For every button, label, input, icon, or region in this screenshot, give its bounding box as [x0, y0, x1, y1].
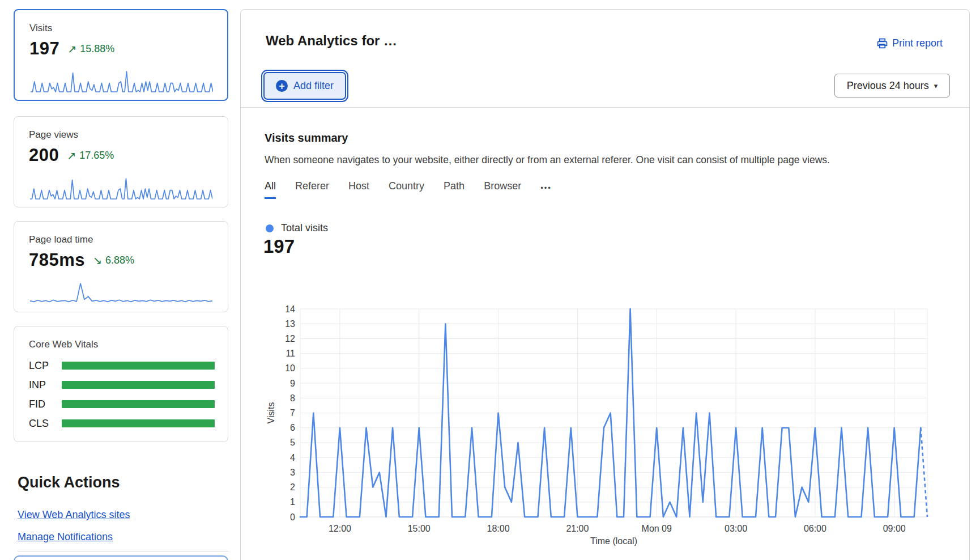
core-web-vitals-card[interactable]: Core Web Vitals LCPINPFIDCLS — [14, 326, 228, 442]
quick-action-link-2[interactable]: Manage Notifications — [18, 531, 113, 543]
svg-text:Mon 09: Mon 09 — [642, 524, 672, 533]
svg-text:8: 8 — [290, 393, 295, 403]
time-range-dropdown[interactable]: Previous 24 hours ▾ — [834, 74, 950, 97]
trend-down-icon: ↘ — [93, 254, 102, 266]
svg-text:0: 0 — [290, 512, 295, 522]
cwv-good-bar — [62, 362, 215, 370]
svg-text:06:00: 06:00 — [804, 524, 826, 533]
tab-country[interactable]: Country — [389, 180, 424, 199]
metric-label: Page views — [29, 129, 78, 141]
print-report-link[interactable]: Print report — [877, 37, 943, 49]
svg-text:7: 7 — [290, 408, 295, 418]
cwv-good-bar — [62, 419, 215, 427]
svg-text:21:00: 21:00 — [566, 524, 589, 533]
svg-text:Visits: Visits — [266, 402, 276, 424]
svg-text:14: 14 — [285, 304, 295, 314]
cwv-good-bar — [62, 400, 215, 408]
metric-delta: ↘ 6.88% — [93, 254, 134, 266]
svg-text:3: 3 — [290, 468, 295, 477]
add-filter-button[interactable]: + Add filter — [263, 72, 346, 100]
svg-text:9: 9 — [290, 379, 295, 388]
svg-text:1: 1 — [290, 497, 295, 507]
metric-value: 200 — [29, 145, 59, 166]
metric-delta: ↗ 17.65% — [67, 149, 114, 162]
chevron-down-icon: ▾ — [934, 82, 938, 90]
divider — [241, 107, 969, 108]
cwv-row-cls: CLS — [29, 418, 215, 429]
tab-all[interactable]: All — [265, 180, 276, 199]
series-dot-icon — [266, 224, 274, 232]
cwv-metric-label: FID — [29, 398, 62, 410]
svg-text:09:00: 09:00 — [883, 524, 906, 533]
visits-sparkline — [31, 69, 213, 93]
quick-actions-title: Quick Actions — [18, 474, 120, 491]
metric-delta: ↗ 15.88% — [67, 43, 114, 55]
svg-text:2: 2 — [290, 482, 295, 492]
svg-text:6: 6 — [290, 423, 295, 432]
metric-value: 197 — [29, 39, 59, 59]
visits-summary-description: When someone navigates to your website, … — [265, 154, 830, 166]
divider — [18, 551, 228, 551]
cwv-row-inp: INP — [29, 379, 215, 391]
cwv-row-lcp: LCP — [29, 360, 215, 371]
printer-icon — [877, 38, 888, 49]
legend-label: Total visits — [281, 222, 328, 234]
svg-text:12:00: 12:00 — [329, 524, 351, 533]
visits-summary-title: Visits summary — [265, 131, 348, 145]
cwv-title: Core Web Vitals — [29, 339, 98, 350]
partially-visible-card[interactable] — [14, 555, 228, 560]
tab-path[interactable]: Path — [444, 180, 465, 199]
cwv-metric-label: INP — [29, 379, 62, 391]
metric-value: 785ms — [29, 250, 85, 270]
tab-host[interactable]: Host — [348, 180, 369, 199]
more-tabs-icon[interactable]: ••• — [540, 184, 552, 199]
metric-card-page-load-time[interactable]: Page load time 785ms ↘ 6.88% — [14, 221, 228, 312]
svg-text:10: 10 — [285, 363, 295, 373]
plus-icon: + — [276, 80, 288, 92]
cwv-metric-label: LCP — [29, 360, 62, 372]
cwv-metric-label: CLS — [29, 418, 62, 430]
page-views-sparkline — [30, 176, 212, 200]
chart-legend: Total visits — [266, 222, 328, 234]
trend-up-icon: ↗ — [67, 43, 76, 55]
svg-text:Time (local): Time (local) — [590, 536, 637, 546]
tab-referer[interactable]: Referer — [295, 180, 329, 199]
svg-text:03:00: 03:00 — [725, 524, 747, 533]
svg-text:11: 11 — [286, 349, 295, 358]
svg-text:13: 13 — [285, 319, 295, 329]
svg-text:4: 4 — [290, 453, 295, 463]
metric-card-page-views[interactable]: Page views 200 ↗ 17.65% — [14, 116, 228, 207]
total-visits-value: 197 — [263, 236, 295, 257]
quick-action-link-1[interactable]: View Web Analytics sites — [18, 509, 130, 521]
metric-label: Page load time — [29, 234, 93, 245]
load-time-sparkline — [30, 281, 212, 305]
trend-up-icon: ↗ — [67, 149, 76, 162]
page-title: Web Analytics for … — [266, 33, 397, 49]
cwv-row-fid: FID — [29, 398, 215, 410]
svg-text:5: 5 — [290, 438, 295, 447]
svg-text:15:00: 15:00 — [408, 524, 431, 533]
tab-browser[interactable]: Browser — [484, 180, 521, 199]
metric-card-visits[interactable]: Visits 197 ↗ 15.88% — [14, 9, 228, 101]
metric-label: Visits — [29, 23, 52, 34]
visits-line-chart: 0123456789101112131412:0015:0018:0021:00… — [240, 272, 970, 558]
cwv-good-bar — [62, 381, 215, 389]
svg-text:18:00: 18:00 — [487, 524, 510, 533]
dimension-tabs: AllRefererHostCountryPathBrowser••• — [265, 180, 552, 199]
svg-text:12: 12 — [285, 334, 295, 343]
